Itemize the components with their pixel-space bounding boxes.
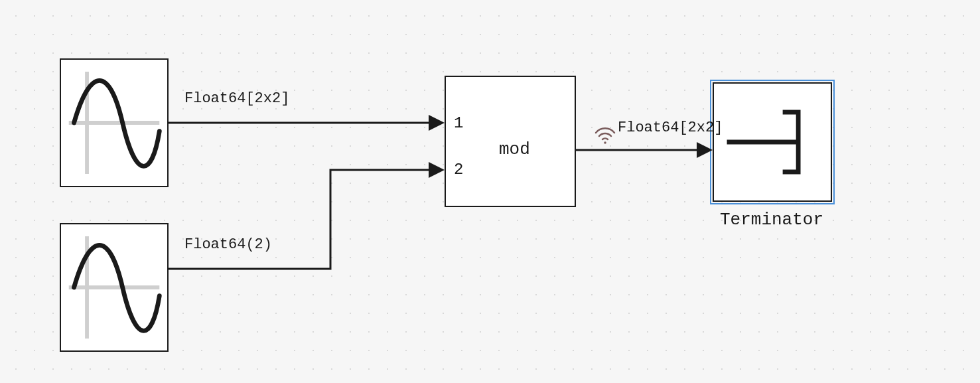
port-label-in2: 2 — [454, 161, 463, 179]
block-mod-label: mod — [499, 139, 530, 159]
block-terminator-label: Terminator — [720, 210, 823, 230]
block-mod[interactable]: 1 2 mod — [445, 76, 576, 207]
wire-label-2: Float64(2) — [184, 236, 272, 253]
sine-wave-icon — [61, 60, 167, 186]
wire-label-1: Float64[2x2] — [184, 90, 289, 107]
wire-2 — [169, 170, 442, 269]
block-sine-source-1[interactable] — [60, 58, 169, 187]
sine-wave-icon — [61, 224, 167, 350]
diagram-canvas[interactable]: 1 2 mod Terminator Float64[2x2] Float64(… — [0, 0, 980, 383]
block-sine-source-2[interactable] — [60, 223, 169, 352]
svg-point-4 — [604, 141, 606, 144]
signal-logging-icon — [596, 128, 614, 143]
wire-label-3: Float64[2x2] — [618, 119, 723, 136]
port-label-in1: 1 — [454, 114, 463, 132]
block-terminator[interactable] — [713, 82, 832, 202]
terminator-icon — [714, 84, 831, 200]
